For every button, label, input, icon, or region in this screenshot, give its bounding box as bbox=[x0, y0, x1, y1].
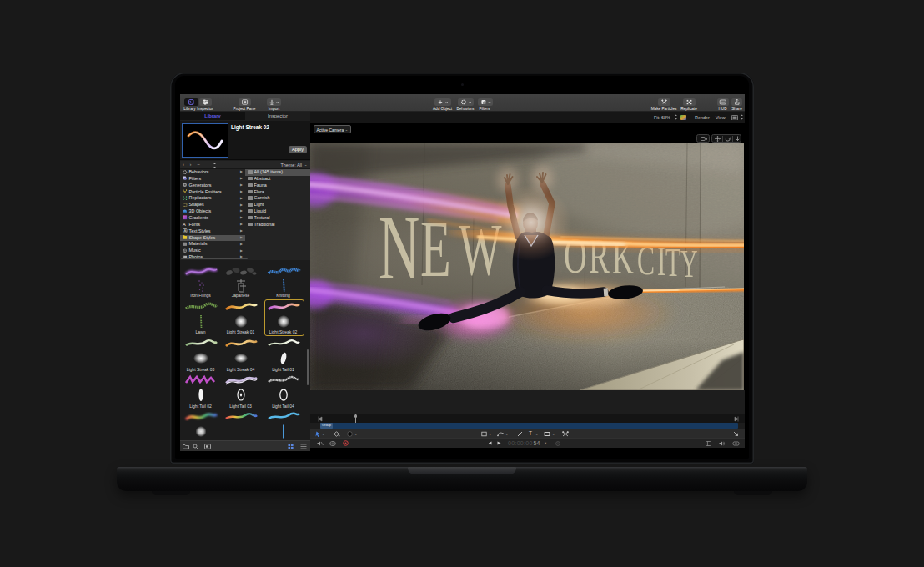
svg-text:N: N bbox=[379, 196, 419, 299]
svg-text:A: A bbox=[183, 228, 186, 233]
svg-text:E: E bbox=[420, 203, 451, 293]
